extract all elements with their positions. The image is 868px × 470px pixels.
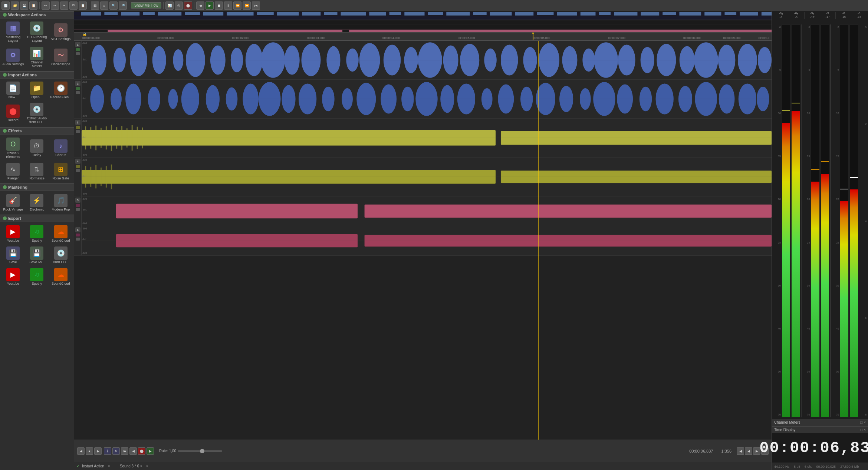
toolbar-play-btn[interactable]: ▶	[206, 1, 214, 10]
ozone-btn[interactable]: O Ozone 9 Elements	[1, 136, 24, 160]
transport-mic-btn[interactable]: 🎙	[104, 447, 111, 455]
toolbar-pause-btn[interactable]: ⏸	[224, 1, 232, 10]
electronic-btn[interactable]: ⚡ Electronic	[25, 192, 48, 213]
toolbar-save-btn[interactable]: 💾	[20, 1, 28, 10]
scroll-right-btn[interactable]: ▶	[94, 447, 102, 455]
record-btn[interactable]: ⬤ Record	[1, 101, 24, 126]
scroll-controls: ◀ ▲ ▶	[77, 447, 102, 455]
track-solo-btn-3[interactable]	[76, 130, 80, 133]
toolbar-end-btn[interactable]: ⏭	[252, 1, 260, 10]
ruler-mark-10: 00:00:10	[758, 36, 769, 40]
toolbar-new-btn[interactable]: 📄	[1, 1, 10, 10]
track-solo-btn-6[interactable]	[76, 238, 80, 241]
spotify-export-bot-btn[interactable]: ♫ Spotify	[25, 267, 48, 287]
toolbar-zoom-in-btn[interactable]: 🔍	[109, 1, 118, 10]
scroll-marker-btn[interactable]: ▲	[86, 447, 93, 455]
track-content-6[interactable]: -6.0 -Inf. -6.0	[82, 226, 772, 255]
toolbar-begin-btn[interactable]: ⏮	[196, 1, 204, 10]
toolbar-open-btn[interactable]: 📁	[11, 1, 19, 10]
time-display-close-btn[interactable]: □ ×	[860, 428, 866, 432]
youtube-bot-icon: ▶	[6, 268, 20, 281]
rock-vintage-btn[interactable]: 🎸 Rock Vintage	[1, 192, 24, 213]
burn-cd-btn[interactable]: 💿 Burn CD...	[49, 245, 72, 266]
delay-btn[interactable]: ⏱ Delay	[25, 136, 48, 160]
save-as-btn[interactable]: 💾 Save As...	[25, 245, 48, 266]
toolbar-redo-btn[interactable]: ↪	[51, 1, 59, 10]
track-content-3[interactable]: -6.0 -Inf. -6.0	[82, 119, 772, 157]
cd-authoring-btn[interactable]: 💿 CD Authoring Layout	[25, 20, 48, 44]
mastering-layout-btn[interactable]: ▦ Mastering Layout	[1, 20, 24, 44]
transport-loop-btn[interactable]: ↻	[112, 447, 120, 455]
track-content-5[interactable]: -6.0 -Inf. -6.0	[82, 196, 772, 226]
track-mute-btn-4[interactable]	[76, 165, 80, 168]
toolbar-stop-btn[interactable]: ⏹	[215, 1, 223, 10]
right-scroll-1[interactable]: ◀	[737, 447, 744, 455]
right-scroll-2[interactable]: ◀	[745, 447, 752, 455]
flanger-btn[interactable]: ∿ Flanger	[1, 161, 24, 182]
extract-audio-btn[interactable]: 💿 Extract Audio from CD...	[25, 101, 48, 126]
audio-settings-btn[interactable]: ⚙ Audio Settings	[1, 45, 24, 70]
channel-meters-label: Channel Meters	[774, 420, 800, 424]
rate-slider[interactable]	[178, 450, 222, 452]
svg-rect-2	[74, 21, 772, 24]
normalize-btn[interactable]: ⇅ Normalize	[25, 161, 48, 182]
toolbar-select-btn[interactable]: ▦	[91, 1, 99, 10]
youtube-export-top-btn[interactable]: ▶ Youtube	[1, 224, 24, 244]
track-solo-btn-2[interactable]	[76, 91, 80, 94]
transport-record-btn[interactable]: ⬤	[138, 447, 145, 455]
oscilloscope-btn[interactable]: 〜 Oscilloscope	[49, 45, 72, 70]
instant-action-close[interactable]: ×	[108, 464, 110, 468]
soundcloud-export-top-btn[interactable]: ☁ SoundCloud	[49, 224, 72, 244]
noise-gate-btn[interactable]: ⊞ Noise Gate	[49, 161, 72, 182]
scroll-left-btn[interactable]: ◀	[77, 447, 85, 455]
track-mute-btn-3[interactable]	[76, 126, 80, 129]
track-content-2[interactable]: -6.0 -Inf. -6.0	[82, 80, 772, 118]
rate-slider-thumb	[200, 449, 204, 453]
transport-play-btn[interactable]: ▶	[147, 447, 154, 455]
toolbar-paste-btn[interactable]: 📋	[79, 1, 87, 10]
youtube-export-bot-btn[interactable]: ▶ Youtube	[1, 267, 24, 287]
channel-meters-close-btn[interactable]: □ ×	[860, 420, 866, 424]
soundcloud-export-bot-btn[interactable]: ☁ SoundCloud	[49, 267, 72, 287]
spotify-export-top-btn[interactable]: ♫ Spotify	[25, 224, 48, 244]
track-solo-btn-5[interactable]	[76, 208, 80, 211]
new-btn[interactable]: 📄 New...	[1, 80, 24, 101]
modern-pop-btn[interactable]: 🎵 Modern Pop	[49, 192, 72, 213]
track-solo-btn-4[interactable]	[76, 169, 80, 172]
toolbar-cut-btn[interactable]: ✂	[60, 1, 68, 10]
track-solo-btn-1[interactable]	[76, 52, 80, 55]
toolbar-something-btn[interactable]: 📋	[29, 1, 37, 10]
toolbar-copy-btn[interactable]: ⧉	[69, 1, 78, 10]
sound-file-close[interactable]: ×	[146, 464, 148, 468]
toolbar-trim-btn[interactable]: ⌂	[100, 1, 108, 10]
export-top-collapse-icon	[3, 216, 7, 220]
track-mute-btn-5[interactable]	[76, 204, 80, 207]
show-me-how-button[interactable]: Show Me How	[131, 2, 161, 9]
track-content-4[interactable]: -6.0 -Inf. -6.0	[82, 158, 772, 196]
mastering-grid: 🎸 Rock Vintage ⚡ Electronic 🎵 Modern Pop	[0, 191, 74, 215]
burn-cd-label: Burn CD...	[53, 261, 69, 264]
transport-back-btn[interactable]: ◀	[129, 447, 137, 455]
channel-meters-btn[interactable]: 📊 Channel Meters	[25, 45, 48, 70]
track-number-4: 4	[75, 159, 80, 164]
toolbar-rewind-btn[interactable]: ⏪	[233, 1, 241, 10]
scale-far-0: 0	[859, 26, 867, 29]
chorus-icon: ♪	[54, 139, 68, 153]
chorus-btn[interactable]: ♪ Chorus	[49, 136, 72, 160]
track-mute-btn-1[interactable]	[76, 48, 80, 51]
open-btn[interactable]: 📁 Open...	[25, 80, 48, 101]
toolbar-undo-btn[interactable]: ↩	[42, 1, 50, 10]
vst-settings-btn[interactable]: ⚙ VST Settings	[49, 20, 72, 44]
save-action-btn[interactable]: 💾 Save	[1, 245, 24, 266]
track-content-1[interactable]: -6.0 -Inf. -6.0	[82, 41, 772, 79]
toolbar-record-btn[interactable]: ⬤	[184, 1, 192, 10]
toolbar-zoom-out-btn[interactable]: 🔎	[119, 1, 127, 10]
track-mute-btn-6[interactable]	[76, 234, 80, 236]
recent-files-btn[interactable]: 🕐 Recent Files...	[49, 80, 72, 101]
track-mute-btn-2[interactable]	[76, 87, 80, 90]
toolbar-spectrum-btn[interactable]: 📊	[165, 1, 174, 10]
toolbar-fx-btn[interactable]: ◎	[175, 1, 183, 10]
scale-30: 30	[773, 284, 781, 287]
transport-begin-btn[interactable]: ⏮	[121, 447, 128, 455]
toolbar-ffwd-btn[interactable]: ⏩	[243, 1, 251, 10]
